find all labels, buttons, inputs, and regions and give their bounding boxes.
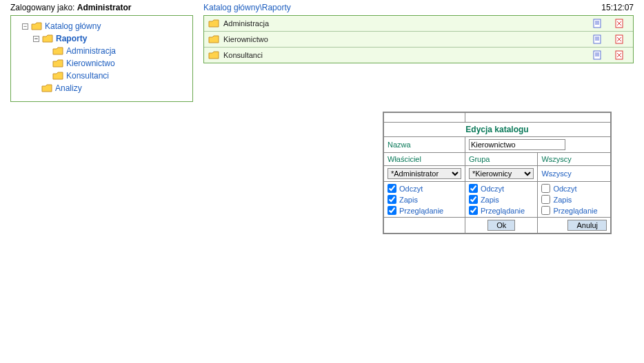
properties-icon[interactable]: [593, 34, 603, 44]
tree-konsultanci[interactable]: Konsultanci: [15, 70, 190, 82]
folder-icon: [41, 84, 52, 92]
tree-label: Kierownictwo: [66, 59, 115, 68]
clock: 15:12:07: [601, 3, 634, 12]
tree-katalog-glowny[interactable]: − Katalog główny: [15, 20, 190, 32]
folder-name: Konsultanci: [223, 51, 589, 59]
delete-icon[interactable]: [615, 50, 625, 60]
folder-list: Administracja Kierownictwo: [203, 15, 634, 63]
tree-label: Analizy: [55, 83, 82, 93]
tree-label: Raporty: [56, 34, 87, 43]
folder-icon: [208, 35, 219, 43]
tree-raporty[interactable]: − Raporty: [15, 32, 190, 45]
collapse-icon[interactable]: −: [22, 23, 28, 30]
folder-icon: [42, 34, 53, 43]
list-item[interactable]: Administracja: [204, 16, 633, 32]
folder-icon: [208, 19, 219, 28]
folder-icon: [52, 47, 63, 55]
properties-icon[interactable]: [593, 50, 603, 60]
login-user: Administrator: [77, 3, 132, 12]
svg-rect-0: [594, 19, 601, 28]
list-item[interactable]: Kierownictwo: [204, 32, 633, 48]
delete-icon[interactable]: [615, 34, 625, 44]
tree-label: Katalog główny: [45, 21, 101, 31]
list-item[interactable]: Konsultanci: [204, 48, 633, 63]
folder-icon: [31, 22, 42, 30]
breadcrumb[interactable]: Katalog główny\Raporty: [203, 3, 291, 12]
folder-name: Kierownictwo: [223, 35, 589, 43]
folder-icon: [52, 59, 63, 68]
folder-icon: [52, 72, 63, 80]
svg-rect-14: [594, 51, 601, 59]
delete-icon[interactable]: [615, 19, 625, 28]
login-info: Zalogowany jako: Administrator: [10, 3, 193, 12]
tree-label: Administracja: [66, 46, 116, 56]
collapse-icon[interactable]: −: [33, 36, 39, 42]
tree-administracja[interactable]: Administracja: [15, 45, 190, 57]
properties-icon[interactable]: [593, 19, 603, 28]
tree-label: Konsultanci: [66, 71, 109, 81]
login-prefix: Zalogowany jako:: [10, 3, 77, 12]
catalog-tree: − Katalog główny − Raporty Administracja: [10, 15, 193, 102]
tree-analizy[interactable]: Analizy: [15, 82, 190, 94]
tree-kierownictwo[interactable]: Kierownictwo: [15, 57, 190, 70]
svg-rect-7: [594, 35, 601, 43]
folder-icon: [208, 51, 219, 59]
folder-name: Administracja: [223, 19, 589, 28]
